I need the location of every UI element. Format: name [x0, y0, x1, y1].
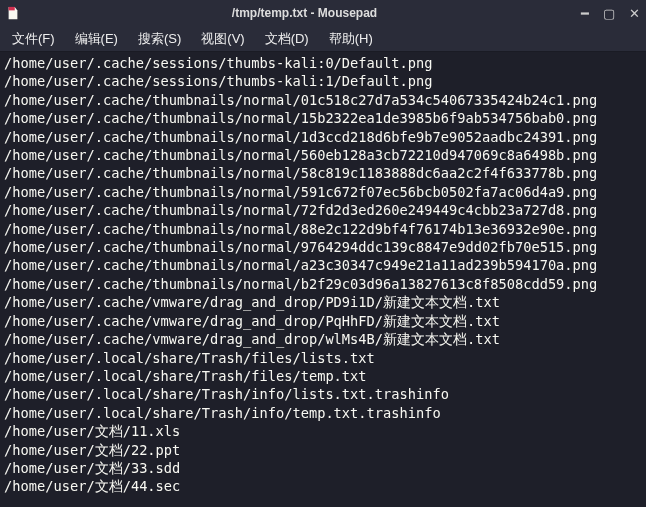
- text-line[interactable]: /home/user/.cache/thumbnails/normal/591c…: [4, 183, 642, 201]
- text-line[interactable]: /home/user/.cache/thumbnails/normal/9764…: [4, 238, 642, 256]
- maximize-button[interactable]: ▢: [603, 6, 615, 21]
- text-line[interactable]: /home/user/.local/share/Trash/info/lists…: [4, 385, 642, 403]
- minimize-button[interactable]: ━: [581, 6, 589, 21]
- text-line[interactable]: /home/user/.cache/thumbnails/normal/15b2…: [4, 109, 642, 127]
- menubar: 文件(F) 编辑(E) 搜索(S) 视图(V) 文档(D) 帮助(H): [0, 26, 646, 52]
- text-line[interactable]: /home/user/.cache/vmware/drag_and_drop/P…: [4, 312, 642, 330]
- menu-help[interactable]: 帮助(H): [325, 28, 377, 50]
- text-line[interactable]: /home/user/.cache/sessions/thumbs-kali:1…: [4, 72, 642, 90]
- menu-doc[interactable]: 文档(D): [261, 28, 313, 50]
- text-line[interactable]: /home/user/.cache/sessions/thumbs-kali:0…: [4, 54, 642, 72]
- text-line[interactable]: /home/user/.cache/vmware/drag_and_drop/w…: [4, 330, 642, 348]
- text-editor-content[interactable]: /home/user/.cache/sessions/thumbs-kali:0…: [0, 52, 646, 507]
- text-line[interactable]: /home/user/文档/33.sdd: [4, 459, 642, 477]
- menu-search[interactable]: 搜索(S): [134, 28, 185, 50]
- text-line[interactable]: /home/user/.cache/thumbnails/normal/560e…: [4, 146, 642, 164]
- text-line[interactable]: /home/user/.cache/thumbnails/normal/b2f2…: [4, 275, 642, 293]
- text-line[interactable]: /home/user/文档/22.ppt: [4, 441, 642, 459]
- text-line[interactable]: /home/user/文档/11.xls: [4, 422, 642, 440]
- text-line[interactable]: /home/user/.cache/thumbnails/normal/88e2…: [4, 220, 642, 238]
- text-line[interactable]: /home/user/.cache/thumbnails/normal/01c5…: [4, 91, 642, 109]
- close-button[interactable]: ✕: [629, 6, 640, 21]
- text-line[interactable]: /home/user/.local/share/Trash/files/temp…: [4, 367, 642, 385]
- mousepad-app-icon: [6, 6, 20, 20]
- text-line[interactable]: /home/user/.cache/thumbnails/normal/1d3c…: [4, 128, 642, 146]
- menu-edit[interactable]: 编辑(E): [71, 28, 122, 50]
- text-line[interactable]: /home/user/文档/44.sec: [4, 477, 642, 495]
- text-line[interactable]: /home/user/.cache/thumbnails/normal/58c8…: [4, 164, 642, 182]
- text-line[interactable]: /home/user/.cache/thumbnails/normal/72fd…: [4, 201, 642, 219]
- window-title: /tmp/temp.txt - Mousepad: [28, 6, 581, 20]
- menu-file[interactable]: 文件(F): [8, 28, 59, 50]
- text-line[interactable]: /home/user/.cache/vmware/drag_and_drop/P…: [4, 293, 642, 311]
- window-controls: ━ ▢ ✕: [581, 6, 640, 21]
- text-line[interactable]: /home/user/.local/share/Trash/info/temp.…: [4, 404, 642, 422]
- menu-view[interactable]: 视图(V): [197, 28, 248, 50]
- titlebar: /tmp/temp.txt - Mousepad ━ ▢ ✕: [0, 0, 646, 26]
- text-line[interactable]: /home/user/.local/share/Trash/files/list…: [4, 349, 642, 367]
- text-line[interactable]: /home/user/.cache/thumbnails/normal/a23c…: [4, 256, 642, 274]
